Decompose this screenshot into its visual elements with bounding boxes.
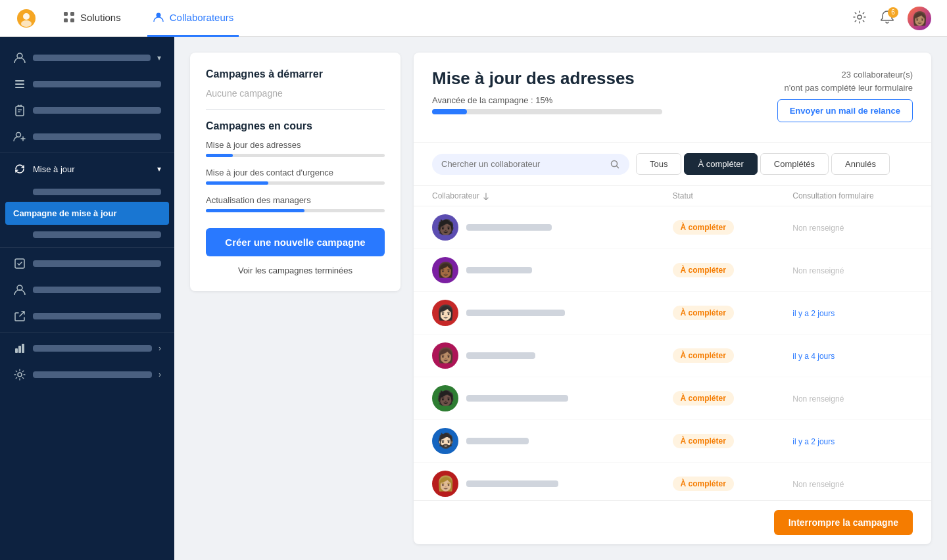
gear-icon (13, 368, 26, 381)
notif-count: 6 (888, 7, 898, 18)
table-body: 🧑🏿 À compléter Non renseigné 👩🏾 À complé… (414, 206, 931, 500)
consult-text: il y a 4 jours (792, 352, 835, 361)
campaign-item-1[interactable]: Mise à jour des contact d'urgence (206, 168, 385, 185)
svg-rect-13 (16, 106, 24, 116)
filter-tab-a-completer[interactable]: À compléter (684, 153, 757, 175)
status-badge: À compléter (673, 348, 734, 363)
filter-tab-completes[interactable]: Complétés (760, 153, 829, 175)
sidebar-item-tasks[interactable] (0, 250, 174, 277)
table-row: 👩🏾 À compléter Non renseigné (414, 249, 931, 292)
svg-rect-3 (64, 12, 68, 16)
left-panel: Campagnes à démarrer Aucune campagne Cam… (190, 53, 401, 544)
svg-rect-20 (18, 346, 21, 353)
svg-point-2 (21, 20, 32, 27)
chevron-right-icon: › (158, 344, 161, 353)
sidebar-item-export[interactable] (0, 303, 174, 329)
avatar: 🧑🏿 (432, 214, 458, 241)
topnav: Solutions Collaborateurs 6 👩🏽 (0, 0, 947, 37)
sidebar-item-settings[interactable]: › (0, 362, 174, 388)
name-bar (466, 352, 535, 359)
bottom-bar: Interrompre la campagne (414, 500, 931, 544)
chevron-down-icon-2: ▾ (157, 164, 161, 174)
sort-icon[interactable] (482, 192, 490, 200)
panel-info: 23 collaborateur(s) n'ont pas complété l… (777, 68, 913, 122)
chevron-down-icon: ▾ (157, 53, 161, 62)
filter-tab-tous[interactable]: Tous (636, 153, 681, 175)
person-icon (13, 51, 26, 64)
sidebar-item-clipboard[interactable] (0, 97, 174, 124)
sidebar-item-chart[interactable]: › (0, 335, 174, 362)
consult-text: Non renseigné (792, 266, 844, 275)
svg-rect-4 (70, 12, 74, 16)
create-campaign-button[interactable]: Créer une nouvelle campagne (206, 228, 385, 256)
sidebar-item-person-add[interactable] (0, 124, 174, 150)
collaborator-cell: 👩🏾 (432, 257, 673, 283)
nav-collaborateurs[interactable]: Collaborateurs (147, 0, 239, 37)
person-add-icon (13, 130, 26, 143)
section-title-start: Campagnes à démarrer (206, 68, 385, 80)
svg-rect-6 (70, 18, 74, 22)
search-box (432, 154, 629, 175)
section-title-running: Campagnes en cours (206, 120, 385, 132)
checklist-icon (13, 257, 26, 270)
name-bar (466, 480, 558, 487)
sidebar-item-profile[interactable]: ▾ (0, 45, 174, 71)
search-icon (610, 159, 620, 170)
avatar: 🧑🏿 (432, 385, 458, 411)
sidebar-item-sub2[interactable] (0, 225, 174, 245)
grid-icon (63, 11, 75, 23)
filter-tab-annules[interactable]: Annulés (831, 153, 890, 175)
svg-rect-21 (22, 344, 24, 353)
layout: ▾ (0, 37, 947, 560)
avatar: 👩🏽 (432, 342, 458, 369)
user-avatar[interactable]: 👩🏽 (908, 7, 931, 30)
status-badge: À compléter (673, 434, 734, 448)
main-content: Campagnes à démarrer Aucune campagne Cam… (174, 37, 947, 560)
svg-rect-19 (15, 348, 18, 353)
status-badge: À compléter (673, 477, 734, 491)
panel-title: Mise à jour des adresses (432, 68, 662, 89)
name-bar (466, 438, 529, 444)
sidebar-item-list[interactable] (0, 71, 174, 97)
svg-rect-5 (64, 18, 68, 22)
status-badge: À compléter (673, 306, 734, 320)
right-panel: Mise à jour des adresses Avancée de la c… (414, 53, 931, 544)
interrupt-campaign-button[interactable]: Interrompre la campagne (774, 510, 913, 535)
consult-text: il y a 2 jours (792, 437, 835, 446)
sidebar-item-campagne[interactable]: Campagne de mise à jour (5, 202, 169, 225)
consult-text: Non renseigné (792, 223, 844, 233)
chart-icon (13, 342, 26, 355)
avatar: 👩🏻 (432, 300, 458, 326)
sidebar-item-sub1[interactable] (0, 182, 174, 202)
campaign-label-0: Mise à jour des adresses (206, 140, 385, 150)
table-row: 🧔🏻 À compléter il y a 2 jours (414, 420, 931, 463)
campaign-item-0[interactable]: Mise à jour des adresses (206, 140, 385, 157)
notification-bell[interactable]: 6 (880, 10, 894, 27)
logo[interactable] (16, 8, 37, 29)
collaborator-cell: 🧑🏿 (432, 385, 673, 411)
table-row: 👩🏼 À compléter Non renseigné (414, 463, 931, 500)
view-terminated-link[interactable]: Voir les campagnes terminées (206, 266, 385, 275)
svg-point-22 (18, 373, 22, 377)
send-relance-button[interactable]: Envoyer un mail de relance (777, 99, 913, 122)
sidebar-item-person2[interactable] (0, 277, 174, 303)
clipboard-icon (13, 104, 26, 117)
search-input[interactable] (441, 159, 604, 169)
nav-solutions[interactable]: Solutions (58, 0, 126, 37)
filter-tabs: Tous À compléter Complétés Annulés (636, 153, 890, 175)
settings-icon[interactable] (852, 10, 867, 27)
campaign-item-2[interactable]: Actualisation des managers (206, 195, 385, 212)
sidebar-item-mise-a-jour[interactable]: Mise à jour ▾ (0, 156, 174, 182)
status-badge: À compléter (673, 220, 734, 235)
campaign-label-1: Mise à jour des contact d'urgence (206, 168, 385, 177)
right-panel-header: Mise à jour des adresses Avancée de la c… (414, 53, 931, 143)
collaborateurs-icon (153, 11, 164, 23)
solutions-label: Solutions (80, 12, 121, 23)
collaborator-cell: 🧔🏻 (432, 428, 673, 454)
progress-label: Avancée de la campagne : 15% (432, 95, 662, 105)
campaign-card: Campagnes à démarrer Aucune campagne Cam… (190, 53, 401, 291)
avatar: 👩🏾 (432, 257, 458, 283)
name-bar (466, 224, 552, 231)
name-bar (466, 395, 568, 402)
table-header: Collaborateur Statut Consultation formul… (414, 186, 931, 206)
